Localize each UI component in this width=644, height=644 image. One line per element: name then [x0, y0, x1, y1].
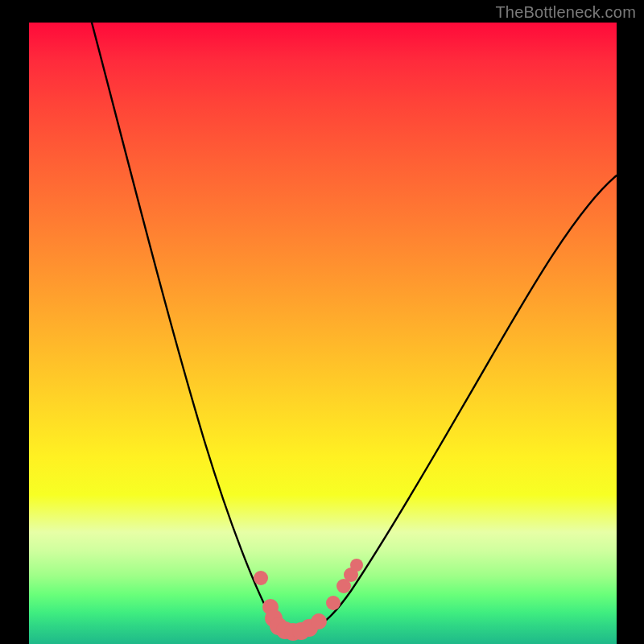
chart-frame: TheBottleneck.com	[0, 0, 644, 644]
plot-area	[29, 23, 617, 644]
watermark-text: TheBottleneck.com	[495, 3, 636, 22]
curve-layer	[29, 23, 617, 644]
marker-group	[254, 559, 363, 641]
data-marker	[350, 559, 363, 572]
data-marker	[311, 613, 327, 630]
data-marker	[326, 596, 341, 610]
bottleneck-curve	[92, 23, 617, 632]
data-marker	[254, 571, 268, 585]
